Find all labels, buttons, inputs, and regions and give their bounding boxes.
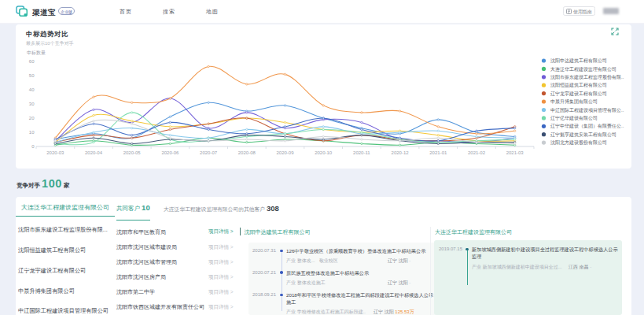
svg-text:大连泛华工程建设监理有限公司: 大连泛华工程建设监理有限公司 [550,66,616,72]
svg-text:沈阳市振东建设工程监理股份有限..: 沈阳市振东建设工程监理股份有限.. [550,74,624,80]
svg-text:2020-07: 2020-07 [200,150,218,155]
svg-text:中辽国际工程建设项目管理有限公..: 中辽国际工程建设项目管理有限公.. [550,107,624,113]
svg-text:2021-02: 2021-02 [468,150,486,155]
svg-text:2020-11: 2020-11 [353,150,370,155]
svg-text:10: 10 [29,130,35,135]
svg-text:20: 20 [29,116,35,120]
svg-text:2020-05: 2020-05 [123,150,142,155]
svg-text:辽宁魁亨建筑安装工程有限公司: 辽宁魁亨建筑安装工程有限公司 [550,132,616,138]
svg-text:沈阳北方建设股份有限公司: 沈阳北方建设股份有限公司 [550,139,607,146]
svg-text:中标数量: 中标数量 [27,50,46,56]
svg-text:60: 60 [29,59,35,64]
svg-text:辽宁亿华建设有限公司: 辽宁亿华建设有限公司 [550,115,598,121]
svg-text:中晨升博集团有限公司: 中晨升博集团有限公司 [550,98,598,105]
svg-text:2020-04: 2020-04 [85,150,103,155]
svg-text:30: 30 [29,102,35,106]
svg-text:2020-08: 2020-08 [238,150,256,155]
svg-text:2020-10: 2020-10 [315,150,333,155]
svg-text:辽宁龙宇建设工程有限公司: 辽宁龙宇建设工程有限公司 [550,91,607,97]
svg-text:沈阳中达建筑工程有限公司: 沈阳中达建筑工程有限公司 [550,57,607,64]
svg-text:2020-03: 2020-03 [46,150,64,155]
svg-text:2020-06: 2020-06 [161,150,179,155]
svg-text:2020-12: 2020-12 [392,150,410,155]
svg-text:2021-03: 2021-03 [506,150,524,155]
svg-text:2020-09: 2020-09 [276,150,294,155]
svg-text:2021-01: 2021-01 [429,150,447,155]
svg-text:50: 50 [29,73,35,78]
svg-text:0: 0 [31,144,35,149]
svg-text:沈阳恒益建筑工程有限公司: 沈阳恒益建筑工程有限公司 [550,82,607,88]
svg-text:辽宁中华建设（集团）有限责任公..: 辽宁中华建设（集团）有限责任公.. [550,123,624,129]
svg-text:40: 40 [29,87,35,92]
